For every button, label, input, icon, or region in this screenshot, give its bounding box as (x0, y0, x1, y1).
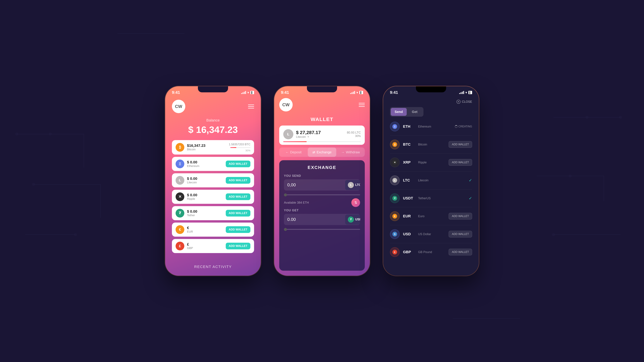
list-item-usd[interactable]: $ USD US Dollar ADD WALLET (390, 229, 472, 239)
wallet-card-eth[interactable]: Ξ $ 0.00 Ethereum ADD WALLET (172, 157, 254, 171)
list-item-usdt[interactable]: ₮ USDT TetherUS ✓ (390, 193, 472, 203)
get-input[interactable] (284, 214, 345, 225)
balance-card-progress (283, 141, 361, 142)
send-get-tabs: Send Get (390, 107, 424, 117)
list-ticker-eur: EUR (403, 214, 415, 218)
wallet-card-ltc[interactable]: Ł $ 0.00 Litecoin ADD WALLET (172, 173, 254, 187)
coin-info-gbp: £ GBP (187, 242, 223, 250)
wallet-card-btc[interactable]: ₿ $16,347.23 Bitcoin 1.58357203 BTC 30% (172, 140, 254, 155)
send-input[interactable] (284, 179, 345, 191)
svg-point-8 (74, 233, 77, 236)
list-ticker-usd: USD (403, 232, 415, 236)
coin-list: Ξ ETH Ethereum CREATING ₿ BTC B (390, 122, 472, 271)
balance-amount: $ 16,347.23 (172, 124, 254, 135)
divider-5 (390, 207, 472, 207)
wallet-card-xrp[interactable]: ✕ $ 0.00 Ripple ADD WALLET (172, 190, 254, 204)
tab-exchange[interactable]: ⇄Exchange (308, 147, 336, 157)
add-wallet-btn-gbp[interactable]: ADD WALLET (226, 243, 250, 249)
add-wallet-usd[interactable]: ADD WALLET (448, 231, 472, 238)
coin-info-usdt: $ 0.00 Tether (187, 209, 223, 217)
list-item-ltc[interactable]: Ł LTC Litecoin ✓ (390, 175, 472, 185)
coin-amount-btc: $16,347.23 (187, 143, 226, 148)
coin-name-gbp: GBP (187, 247, 223, 250)
balance-card-right: 80.93 LTC 30% (347, 131, 361, 138)
send-coin-text: LTC (355, 183, 360, 187)
coin-amount-gbp: £ (187, 242, 223, 247)
you-send-label: YOU SEND (284, 174, 360, 178)
add-wallet-eur[interactable]: ADD WALLET (448, 213, 472, 220)
list-item-xrp[interactable]: ✕ XRP Ripple ADD WALLET (390, 158, 472, 167)
notch-1 (198, 86, 228, 92)
tab-withdraw[interactable]: →Withdraw (336, 147, 365, 157)
coin-amount-eur: € (187, 226, 223, 230)
send-tab[interactable]: Send (391, 108, 407, 116)
you-get-label: YOU GET (284, 209, 360, 212)
status-icons-3: ▾ ▌ (459, 90, 472, 94)
add-wallet-btn-xrp[interactable]: ADD WALLET (226, 193, 250, 200)
swap-button[interactable]: ⇅ (351, 198, 360, 207)
list-coin-icon-eth: Ξ (390, 122, 400, 131)
tab-deposit[interactable]: ←Deposit (279, 147, 308, 157)
get-coin-badge[interactable]: ₮ USDT ▶ (345, 215, 360, 225)
balance-section: Balance $ 16,347.23 (172, 118, 254, 135)
logo-1: CW (172, 100, 185, 113)
get-coin-icon: ₮ (348, 217, 354, 223)
list-ticker-xrp: XRP (403, 160, 415, 165)
phone1-content: CW Balance $ 16,347.23 ₿ $16,347.23 Bitc… (165, 96, 261, 276)
add-wallet-btn-eur[interactable]: ADD WALLET (226, 226, 250, 233)
add-wallet-btc[interactable]: ADD WALLET (448, 141, 472, 148)
close-button[interactable]: ✕ CLOSE (456, 100, 472, 104)
hamburger-2[interactable] (359, 103, 365, 107)
add-wallet-btn-eth[interactable]: ADD WALLET (226, 161, 250, 167)
svg-point-3 (49, 133, 52, 135)
svg-text:£: £ (394, 251, 396, 253)
coin-name-xrp: Ripple (187, 197, 223, 201)
status-icons-2: ▾ ▌ (350, 90, 363, 94)
list-name-ltc: Litecoin (418, 179, 466, 182)
wallet-title: WALLET (279, 116, 365, 122)
add-wallet-btn-ltc[interactable]: ADD WALLET (226, 177, 250, 184)
check-ltc: ✓ (469, 178, 472, 183)
svg-text:Ł: Ł (394, 179, 396, 182)
exchange-title: EXCHANGE (284, 165, 360, 170)
add-wallet-xrp[interactable]: ADD WALLET (448, 159, 472, 166)
wallet-card-usdt[interactable]: ₮ $ 0.00 Tether ADD WALLET (172, 206, 254, 220)
wallet-cards: ₿ $16,347.23 Bitcoin 1.58357203 BTC 30% (172, 140, 254, 261)
you-get-row: ₮ USDT ▶ (284, 214, 360, 225)
coin-name-eur: EUR (187, 230, 223, 233)
list-item-eur[interactable]: € EUR Euro ADD WALLET (390, 211, 472, 221)
list-item-btc[interactable]: ₿ BTC Bitcoin ADD WALLET (390, 140, 472, 149)
wallet-card-eur[interactable]: € € EUR ADD WALLET (172, 223, 254, 237)
list-coin-icon-ltc: Ł (390, 175, 400, 185)
balance-card-ltc: 80.93 LTC (347, 131, 361, 134)
wifi-icon-2: ▾ (356, 90, 358, 94)
check-usdt: ✓ (469, 196, 472, 201)
signal-icon-1 (241, 91, 246, 94)
list-item-gbp[interactable]: £ GBP GB Pound ADD WALLET (390, 247, 472, 257)
list-item-eth[interactable]: Ξ ETH Ethereum CREATING (390, 122, 472, 131)
send-coin-badge[interactable]: Ł LTC ▶ (345, 180, 360, 190)
svg-point-14 (569, 175, 572, 177)
coin-icon-xrp: ✕ (176, 192, 184, 201)
hamburger-1[interactable] (248, 105, 254, 108)
wifi-icon-1: ▾ (247, 90, 249, 94)
list-coin-icon-xrp: ✕ (390, 158, 400, 167)
add-wallet-btn-usdt[interactable]: ADD WALLET (226, 210, 250, 217)
balance-card-fill (283, 141, 306, 142)
list-ticker-eth: ETH (403, 124, 415, 129)
signal-icon-3 (459, 91, 464, 94)
coin-name-usdt: Tether (187, 214, 223, 217)
send-slider[interactable] (284, 194, 360, 195)
get-tab[interactable]: Get (407, 108, 422, 116)
exchange-section: EXCHANGE YOU SEND Ł LTC ▶ Available 384 … (279, 160, 365, 271)
add-wallet-gbp[interactable]: ADD WALLET (448, 249, 472, 255)
wifi-icon-3: ▾ (466, 90, 467, 94)
ltc-large-icon: Ł (283, 129, 293, 139)
list-ticker-ltc: LTC (403, 178, 415, 183)
coin-info-btc: $16,347.23 Bitcoin (187, 143, 226, 151)
svg-text:$: $ (394, 233, 396, 236)
wallet-card-gbp[interactable]: £ £ GBP ADD WALLET (172, 239, 254, 253)
btc-progress-bar (230, 147, 250, 148)
list-name-btc: Bitcoin (418, 143, 445, 146)
get-slider[interactable] (284, 229, 360, 230)
